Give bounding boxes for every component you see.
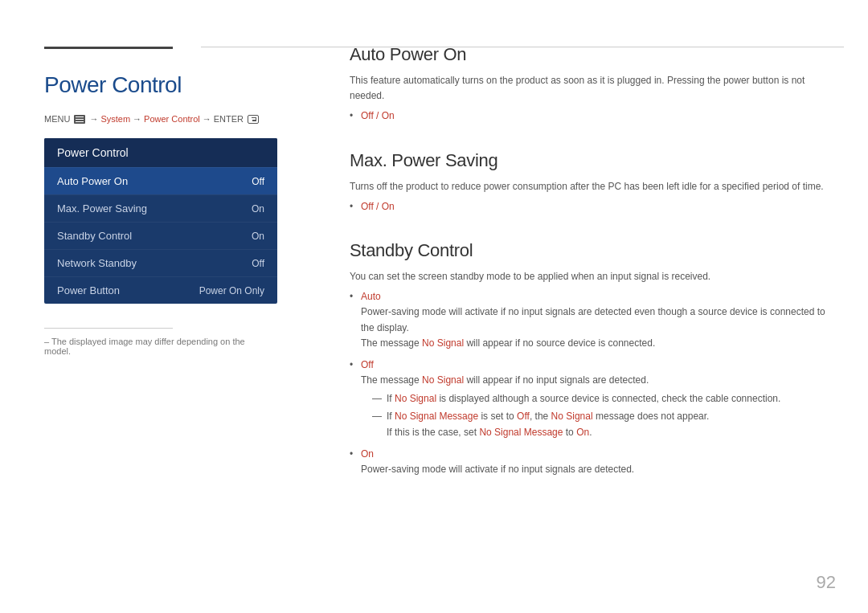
menu-icon <box>74 115 85 124</box>
section-desc-auto-power-on: This feature automatically turns on the … <box>350 73 828 104</box>
menu-item-standby-control[interactable]: Standby Control On <box>44 222 277 249</box>
menu-power-control: Power Control <box>144 114 200 124</box>
menu-item-label: Power Button <box>57 284 120 296</box>
highlight-no-signal-2: No Signal <box>422 374 464 386</box>
menu-item-value: Off <box>252 258 264 269</box>
section-standby-control: Standby Control You can set the screen s… <box>350 240 828 477</box>
menu-item-network-standby[interactable]: Network Standby Off <box>44 249 277 276</box>
section-auto-power-on: Auto Power On This feature automatically… <box>350 44 828 125</box>
bullet-off: Off The message No Signal will appear if… <box>350 358 828 440</box>
section-title-standby-control: Standby Control <box>350 240 828 261</box>
arrow1: → <box>89 114 98 124</box>
section-desc-max-power-saving: Turns off the product to reduce power co… <box>350 179 828 194</box>
section-desc-standby-control: You can set the screen standby mode to b… <box>350 269 828 284</box>
menu-item-label: Auto Power On <box>57 175 128 187</box>
arrow3: → <box>203 114 211 124</box>
right-panel: Auto Power On This feature automatically… <box>305 0 868 613</box>
menu-item-value: On <box>252 203 264 215</box>
menu-item-power-button[interactable]: Power Button Power On Only <box>44 276 277 304</box>
menu-prefix: MENU <box>44 114 70 124</box>
menu-item-label: Max. Power Saving <box>57 202 147 215</box>
sub-item-cable: If No Signal is displayed although a sou… <box>372 391 828 407</box>
section-max-power-saving: Max. Power Saving Turns off the product … <box>350 150 828 215</box>
enter-icon <box>248 115 259 124</box>
highlight-off-on-max: Off / On <box>361 201 395 212</box>
bullet-list-max-power-saving: Off / On <box>350 199 828 215</box>
menu-system: System <box>100 114 130 124</box>
bullet-list-standby: Auto Power-saving mode will activate if … <box>350 289 828 477</box>
text-on: Power-saving mode will activate if no in… <box>361 464 634 475</box>
highlight-no-signal-message-2: No Signal Message <box>479 427 563 438</box>
text-off: The message No Signal will appear if no … <box>361 374 649 386</box>
highlight-no-signal-1: No Signal <box>422 337 464 349</box>
text-auto-sub: The message No Signal will appear if no … <box>361 337 655 349</box>
highlight-no-signal-3: No Signal <box>395 393 436 404</box>
text-auto: Power-saving mode will activate if no in… <box>361 306 825 333</box>
label-on: On <box>361 448 374 460</box>
sub-item-message: If No Signal Message is set to Off, the … <box>372 409 828 439</box>
menu-item-label: Standby Control <box>57 230 132 242</box>
menu-box: Power Control Auto Power On Off Max. Pow… <box>44 138 277 304</box>
menu-path: MENU → System → Power Control → ENTER <box>44 114 273 124</box>
footnote: – The displayed image may differ dependi… <box>44 337 273 356</box>
menu-item-value: Off <box>252 176 264 187</box>
page-title: Power Control <box>44 72 273 98</box>
highlight-no-signal-message: No Signal Message <box>395 411 478 422</box>
menu-item-auto-power-on[interactable]: Auto Power On Off <box>44 167 277 194</box>
label-off: Off <box>361 359 374 370</box>
bullet-on: On Power-saving mode will activate if no… <box>350 447 828 477</box>
label-auto: Auto <box>361 291 381 302</box>
menu-item-value: Power On Only <box>199 285 264 296</box>
highlight-no-signal-4: No Signal <box>551 411 593 422</box>
menu-item-value: On <box>252 231 264 242</box>
sub-list-off: If No Signal is displayed although a sou… <box>372 391 828 440</box>
section-title-max-power-saving: Max. Power Saving <box>350 150 828 171</box>
highlight-off-inline: Off <box>517 411 530 422</box>
arrow2: → <box>133 114 141 124</box>
menu-header: Power Control <box>44 138 277 167</box>
footnote-divider <box>44 328 173 329</box>
page-number: 92 <box>817 572 836 593</box>
bullet-off-on-auto: Off / On <box>350 108 828 124</box>
menu-item-max-power-saving[interactable]: Max. Power Saving On <box>44 194 277 222</box>
left-panel: Power Control MENU → System → Power Cont… <box>0 0 305 613</box>
highlight-on-inline: On <box>576 427 589 438</box>
menu-item-label: Network Standby <box>57 257 137 269</box>
menu-enter: ENTER <box>214 114 244 124</box>
bullet-list-auto-power-on: Off / On <box>350 108 828 124</box>
bullet-off-on-max: Off / On <box>350 199 828 215</box>
bullet-auto: Auto Power-saving mode will activate if … <box>350 289 828 351</box>
highlight-off-on: Off / On <box>361 110 395 121</box>
